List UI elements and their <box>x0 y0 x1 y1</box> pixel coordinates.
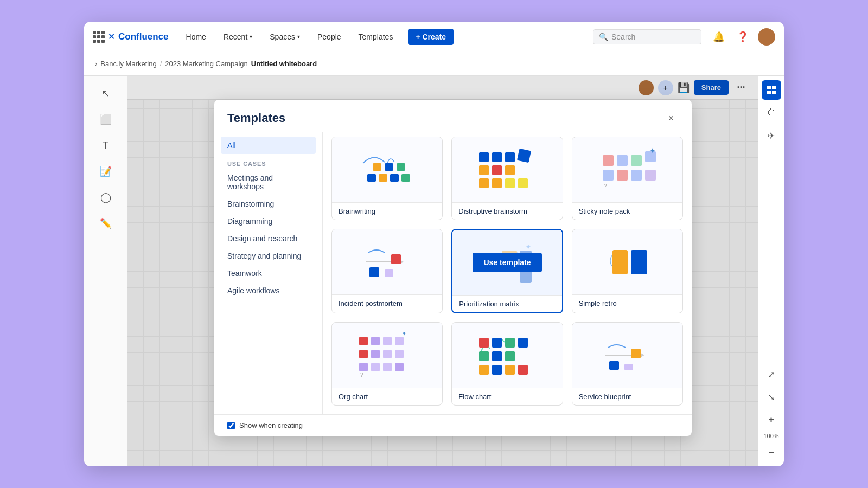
svg-rect-41 <box>371 337 380 345</box>
category-meetings[interactable]: Meetings and workshops <box>221 169 316 195</box>
timer-icon[interactable]: ⏱ <box>762 103 781 123</box>
category-all[interactable]: All <box>221 137 316 154</box>
category-brainstorming[interactable]: Brainstorming <box>221 195 316 213</box>
use-cases-label: USE CASES <box>221 154 316 169</box>
shape-tool[interactable]: ◯ <box>95 187 117 208</box>
svg-rect-61 <box>479 365 489 375</box>
svg-rect-59 <box>492 351 502 361</box>
svg-rect-12 <box>492 165 502 175</box>
svg-rect-23 <box>617 170 628 181</box>
svg-rect-67 <box>631 349 641 358</box>
svg-rect-25 <box>645 170 656 181</box>
search-box: 🔍 Search <box>593 29 701 44</box>
nav-spaces[interactable]: Spaces ▾ <box>265 30 304 43</box>
svg-rect-18 <box>603 155 614 166</box>
pointer-icon[interactable]: ✈ <box>762 126 781 145</box>
cursor-tool[interactable]: ↖ <box>95 82 117 104</box>
svg-text:?: ? <box>604 183 607 189</box>
modal-overlay: Templates × All USE CASES Meetings and w… <box>127 76 758 466</box>
template-org-chart[interactable]: ✦ <box>331 322 443 406</box>
template-preview-retro <box>572 229 682 294</box>
top-nav: ✕ Confluence Home Recent ▾ Spaces ▾ Peop… <box>84 22 784 52</box>
svg-rect-14 <box>479 178 489 188</box>
template-postmortem[interactable]: Incident postmortem <box>331 229 443 313</box>
category-sidebar: All USE CASES Meetings and workshops Bra… <box>214 132 323 414</box>
svg-rect-47 <box>383 350 392 358</box>
zoom-in-icon[interactable]: + <box>762 410 781 429</box>
contract-icon[interactable]: ⤡ <box>762 387 781 407</box>
template-preview-postmortem <box>332 229 442 294</box>
search-placeholder[interactable]: Search <box>611 33 635 41</box>
nav-recent[interactable]: Recent ▾ <box>219 30 257 43</box>
breadcrumb-part1[interactable]: Banc.ly Marketing <box>100 60 156 68</box>
templates-grid: Brainwriting <box>331 137 683 406</box>
use-template-button[interactable]: Use template <box>473 253 541 272</box>
svg-rect-42 <box>383 337 392 345</box>
panel-title: Templates <box>227 111 285 125</box>
svg-rect-4 <box>379 174 387 182</box>
template-name-sticky: Sticky note pack <box>572 202 682 220</box>
template-sticky[interactable]: ✦ ? Sticky note pack <box>572 137 683 220</box>
create-button[interactable]: + Create <box>408 29 454 45</box>
category-strategy[interactable]: Strategy and planning <box>221 247 316 265</box>
svg-rect-8 <box>492 152 502 162</box>
template-name-service-blueprint: Service blueprint <box>572 388 682 405</box>
template-name-flow-chart: Flow chart <box>452 388 562 405</box>
template-name-org-chart: Org chart <box>332 388 442 405</box>
nav-people[interactable]: People <box>313 30 346 43</box>
svg-rect-45 <box>359 350 368 358</box>
breadcrumb-toggle[interactable]: › <box>95 60 97 68</box>
category-agile[interactable]: Agile workflows <box>221 282 316 299</box>
template-name-retro: Simple retro <box>572 294 682 312</box>
svg-rect-51 <box>383 363 392 371</box>
svg-rect-9 <box>505 152 515 162</box>
svg-rect-1 <box>385 163 393 171</box>
grid-icon <box>93 31 105 43</box>
svg-rect-20 <box>631 155 642 166</box>
svg-rect-57 <box>518 338 528 348</box>
svg-rect-11 <box>479 165 489 175</box>
sticky-tool[interactable]: 📝 <box>95 160 117 182</box>
template-preview-org-chart: ✦ <box>332 323 442 388</box>
template-service-blueprint[interactable]: Service blueprint <box>572 322 683 406</box>
template-prioritization[interactable]: Use template ✦ Prioritization <box>451 229 563 313</box>
templates-grid-area: Brainwriting <box>323 132 692 414</box>
frame-tool[interactable]: ⬜ <box>95 108 117 130</box>
sidebar-divider-1 <box>764 149 779 149</box>
template-preview-prioritization: Use template ✦ <box>452 230 561 295</box>
search-icon: 🔍 <box>599 33 608 41</box>
template-distruptive[interactable]: Distruptive brainstorm <box>451 137 563 220</box>
svg-rect-73 <box>772 91 776 94</box>
category-design[interactable]: Design and research <box>221 230 316 247</box>
help-icon[interactable]: ❓ <box>734 28 751 46</box>
category-diagramming[interactable]: Diagramming <box>221 213 316 230</box>
expand-icon[interactable]: ⤢ <box>762 364 781 384</box>
template-retro[interactable]: Simple retro <box>572 229 683 313</box>
templates-panel: Templates × All USE CASES Meetings and w… <box>214 100 692 436</box>
pen-tool[interactable]: ✏️ <box>95 213 117 234</box>
svg-text:✦: ✦ <box>401 332 407 337</box>
nav-home[interactable]: Home <box>182 30 210 43</box>
notifications-icon[interactable]: 🔔 <box>710 28 727 46</box>
template-name-prioritization: Prioritization matrix <box>452 295 561 312</box>
breadcrumb-part2[interactable]: 2023 Marketing Campaign <box>165 60 247 68</box>
template-brainwriting[interactable]: Brainwriting <box>331 137 443 220</box>
template-flow-chart[interactable]: Flow chart <box>451 322 563 406</box>
show-when-creating-checkbox[interactable] <box>227 422 235 429</box>
category-teamwork[interactable]: Teamwork <box>221 265 316 282</box>
app-logo: ✕ Confluence <box>93 31 169 43</box>
template-preview-service-blueprint <box>572 323 682 388</box>
svg-rect-38 <box>612 250 628 274</box>
template-name-brainwriting: Brainwriting <box>332 202 442 220</box>
user-avatar[interactable] <box>758 28 775 46</box>
svg-rect-48 <box>395 350 404 358</box>
svg-rect-72 <box>767 91 771 94</box>
text-tool[interactable]: T <box>95 134 117 156</box>
nav-templates[interactable]: Templates <box>354 30 398 43</box>
zoom-out-icon[interactable]: − <box>762 442 781 462</box>
svg-rect-39 <box>631 250 647 274</box>
svg-rect-70 <box>767 86 771 89</box>
close-button[interactable]: × <box>663 111 679 126</box>
templates-icon[interactable] <box>762 80 781 100</box>
breadcrumb: › Banc.ly Marketing / 2023 Marketing Cam… <box>84 52 784 76</box>
